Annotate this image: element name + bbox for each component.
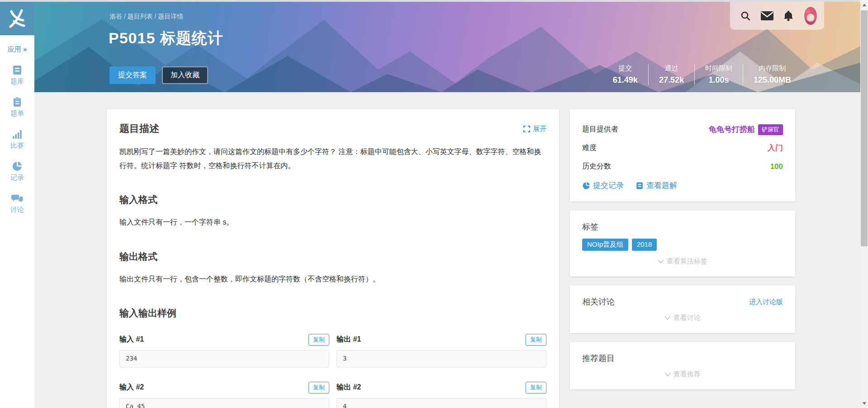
apps-label: 应用 <box>8 45 21 53</box>
mail-icon[interactable] <box>761 11 773 20</box>
copy-button[interactable]: 复制 <box>526 382 546 394</box>
book-icon <box>636 182 644 190</box>
sample-input-1-code: 234 <box>119 350 329 367</box>
sample-input-2-code: Ca 45 <box>119 398 329 408</box>
enter-discussion-link[interactable]: 进入讨论版 <box>749 298 783 306</box>
sample-output-1-code: 3 <box>337 350 546 367</box>
provider-badge: 铲屎官 <box>758 124 783 135</box>
sample-output-1-label: 输出 #1 <box>337 335 361 344</box>
sample-output-2: 输出 #2 复制 4 <box>337 367 546 408</box>
sidebar-item-problem-lists[interactable]: 题单 <box>0 97 34 118</box>
chevron-down-icon <box>658 259 664 264</box>
user-avatar[interactable] <box>803 6 818 26</box>
stat-label: 内存限制 <box>754 64 791 73</box>
sidebar-menu: 题库 题单 比赛 <box>0 65 34 214</box>
sidebar-item-label: 题单 <box>10 109 24 118</box>
difficulty-label: 难度 <box>582 143 597 153</box>
expand-toggle[interactable]: 展开 <box>523 125 546 133</box>
scroll-down-button[interactable] <box>860 399 868 407</box>
luogu-logo[interactable] <box>0 2 34 35</box>
bell-icon[interactable] <box>783 10 793 21</box>
chevron-down-icon <box>664 372 671 377</box>
recommend-title: 推荐题目 <box>582 353 783 364</box>
copy-button[interactable]: 复制 <box>526 334 546 346</box>
recommend-card: 推荐题目 查看推荐 <box>570 342 795 389</box>
pie-chart-icon <box>582 182 590 190</box>
chevron-down-icon <box>664 315 671 320</box>
submission-records-link[interactable]: 提交记录 <box>582 180 624 191</box>
sidebar-item-label: 比赛 <box>10 141 24 150</box>
sample-output-2-label: 输出 #2 <box>337 383 361 392</box>
problem-info-card: 题目提供者 龟龟号打捞船 铲屎官 难度 入门 历史分数 100 <box>570 109 795 202</box>
expand-label: 展开 <box>533 125 546 133</box>
sidebar-item-problems[interactable]: 题库 <box>0 65 34 86</box>
apps-toggle[interactable]: 应用 » <box>0 45 34 54</box>
clipboard-icon <box>12 97 23 108</box>
tags-card: 标签 NOIp普及组 2018 查看算法标签 <box>570 211 795 277</box>
sample-input-2-label: 输入 #2 <box>119 383 144 392</box>
problem-title: P5015 标题统计 <box>109 28 223 49</box>
difficulty-value: 入门 <box>768 143 783 153</box>
tags-list: NOIp普及组 2018 <box>582 239 783 251</box>
description-text: 凯凯刚写了一篇美妙的作文，请问这篇作文的标题中有多少个字符？ 注意：标题中可能包… <box>119 145 546 173</box>
sample-input-1: 输入 #1 复制 234 <box>119 319 329 367</box>
copy-button[interactable]: 复制 <box>308 334 329 346</box>
pie-chart-icon <box>12 161 23 172</box>
view-solution-link[interactable]: 查看题解 <box>636 180 677 191</box>
input-format-title: 输入格式 <box>119 193 546 206</box>
right-column: 题目提供者 龟龟号打捞船 铲屎官 难度 入门 历史分数 100 <box>570 109 795 399</box>
stat-value: 125.00MB <box>754 75 791 85</box>
tags-title: 标签 <box>582 221 783 232</box>
score-label: 历史分数 <box>582 162 611 171</box>
sample-output-2-code: 4 <box>337 398 546 408</box>
app-sidebar: 应用 » 题库 题单 <box>0 2 34 408</box>
stat-label: 时间限制 <box>705 64 732 73</box>
sample-input-1-label: 输入 #1 <box>119 335 144 344</box>
stat-label: 通过 <box>659 64 684 73</box>
sidebar-item-contests[interactable]: 比赛 <box>0 129 34 150</box>
provider-row: 题目提供者 龟龟号打捞船 铲屎官 <box>582 120 783 139</box>
description-header: 题目描述 展开 <box>119 122 546 136</box>
problem-stats: 提交 61.49k 通过 27.52k 时间限制 1.00s 内存限制 125.… <box>602 64 802 85</box>
submit-answer-button[interactable]: 提交答案 <box>109 66 156 84</box>
stat-label: 提交 <box>613 64 638 73</box>
tag-item[interactable]: NOIp普及组 <box>582 239 628 251</box>
tag-item[interactable]: 2018 <box>632 239 657 251</box>
samples-grid: 输入 #1 复制 234 输出 #1 复制 3 输入 #2 复制 Ca 45 <box>119 319 546 408</box>
sidebar-item-label: 记录 <box>10 174 24 182</box>
vertical-scrollbar <box>860 0 868 408</box>
show-discussions-link[interactable]: 查看讨论 <box>582 314 783 322</box>
discussion-title: 相关讨论 <box>582 296 615 307</box>
sample-input-2: 输入 #2 复制 Ca 45 <box>119 367 329 408</box>
stat-value: 27.52k <box>659 75 684 85</box>
sidebar-item-records[interactable]: 记录 <box>0 161 34 182</box>
show-algorithm-tags-link[interactable]: 查看算法标签 <box>582 257 783 266</box>
provider-name[interactable]: 龟龟号打捞船 <box>709 124 755 135</box>
more-label: 查看算法标签 <box>667 257 707 266</box>
triangle-down-icon <box>863 402 866 405</box>
chat-icon <box>11 193 23 204</box>
scroll-up-button[interactable] <box>860 1 868 9</box>
expand-icon <box>523 126 530 132</box>
scrollbar-thumb[interactable] <box>861 10 868 246</box>
copy-button[interactable]: 复制 <box>308 382 329 394</box>
show-recommendations-link[interactable]: 查看推荐 <box>582 370 783 379</box>
score-value: 100 <box>770 162 783 171</box>
bar-chart-icon <box>12 129 23 140</box>
stat-value: 61.49k <box>613 75 638 85</box>
records-link-label: 提交记录 <box>593 180 624 191</box>
page-top-strip <box>0 0 868 2</box>
sidebar-item-discuss[interactable]: 讨论 <box>0 193 34 214</box>
sidebar-item-label: 题库 <box>10 77 24 86</box>
banner-buttons: 提交答案 加入收藏 <box>109 66 208 84</box>
breadcrumb[interactable]: 洛谷 / 题目列表 / 题目详情 <box>109 13 183 21</box>
info-links: 提交记录 查看题解 <box>582 180 783 191</box>
problem-statement-card: 题目描述 展开 凯凯刚写了一篇美妙的作文，请问这篇作文的标题中有多少个字符？ 注… <box>107 109 559 408</box>
description-title: 题目描述 <box>119 122 159 136</box>
book-icon <box>12 65 23 75</box>
more-label: 查看讨论 <box>674 314 701 322</box>
add-favorite-button[interactable]: 加入收藏 <box>162 66 208 84</box>
difficulty-row: 难度 入门 <box>582 139 783 157</box>
search-icon[interactable] <box>740 10 751 21</box>
input-format-text: 输入文件只有一行，一个字符串 s。 <box>119 215 546 229</box>
